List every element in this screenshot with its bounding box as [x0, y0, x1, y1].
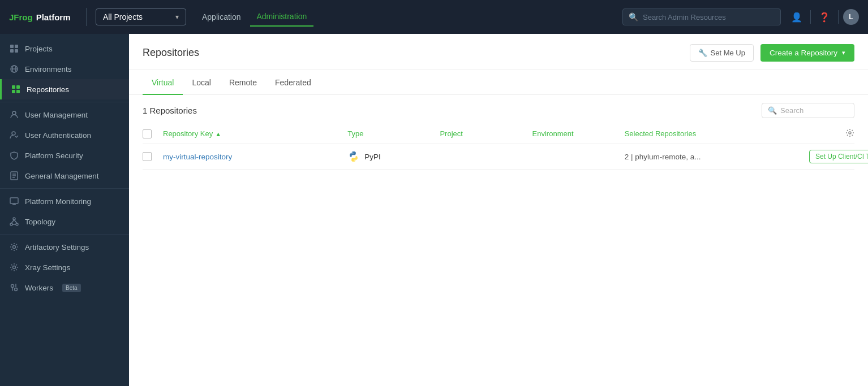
svg-rect-1 [15, 45, 18, 48]
xray-icon [9, 263, 19, 272]
svg-line-23 [11, 220, 14, 223]
sidebar-item-label: User Authentication [25, 131, 91, 140]
pypi-icon [347, 150, 360, 163]
table-header-row: Repository Key ▲ Type Project Environmen… [143, 124, 854, 144]
sidebar-item-platform-monitoring[interactable]: Platform Monitoring [0, 191, 129, 211]
header-selected-repositories[interactable]: Selected Repositories [625, 129, 809, 138]
header-type[interactable]: Type [347, 129, 440, 138]
sidebar-item-user-management[interactable]: User Management [0, 105, 129, 125]
tab-remote[interactable]: Remote [220, 70, 266, 95]
row-type-cell: PyPI [347, 150, 440, 163]
project-selector-label: All Projects [103, 12, 171, 21]
row-checkbox-cell [143, 152, 163, 161]
user-check-icon [9, 131, 19, 140]
shield-icon [9, 151, 19, 160]
svg-point-30 [849, 132, 851, 134]
search-icon: 🔍 [629, 12, 638, 21]
nav-search-area: 🔍 👤 ❓ L [323, 8, 859, 26]
table-row[interactable]: my-virtual-repository [143, 144, 854, 170]
sidebar-item-xray-settings[interactable]: Xray Settings [0, 257, 129, 277]
repo-count: 1 Repositories [143, 106, 197, 115]
logo-jfrog: JFrog [9, 12, 33, 22]
sort-icon: ▲ [215, 131, 221, 137]
svg-point-22 [16, 223, 18, 225]
svg-point-12 [12, 132, 15, 135]
help-icon[interactable]: ❓ [815, 8, 833, 26]
sidebar-item-user-authentication[interactable]: User Authentication [0, 125, 129, 145]
page-header: Repositories 🔧 Set Me Up Create a Reposi… [129, 34, 868, 70]
create-repository-button[interactable]: Create a Repository ▾ [760, 44, 854, 62]
sidebar-item-label: Topology [25, 218, 55, 226]
sidebar-item-label: Xray Settings [25, 263, 70, 272]
row-actions: Set Up Client/CI Tool ··· [809, 150, 854, 163]
sidebar-item-projects[interactable]: Projects [0, 38, 129, 59]
repo-tabs: Virtual Local Remote Federated [129, 70, 868, 95]
svg-point-20 [13, 218, 15, 220]
header-checkbox-cell [143, 129, 163, 138]
topology-icon [9, 217, 19, 226]
sidebar-item-label: Workers [25, 284, 53, 292]
grid-icon [9, 44, 19, 53]
monitor-icon [9, 197, 19, 206]
sidebar-item-artifactory-settings[interactable]: Artifactory Settings [0, 237, 129, 257]
table-search-input[interactable] [780, 106, 848, 115]
sidebar-item-label: Platform Monitoring [25, 197, 91, 206]
svg-rect-17 [10, 198, 18, 203]
svg-point-29 [15, 288, 18, 291]
tab-federated[interactable]: Federated [266, 70, 320, 95]
sidebar-divider-3 [0, 234, 129, 235]
svg-point-26 [13, 246, 16, 249]
file-icon [9, 171, 19, 180]
set-me-up-button[interactable]: 🔧 Set Me Up [690, 44, 754, 62]
sidebar-item-repositories[interactable]: Repositories [0, 79, 129, 99]
page-title: Repositories [143, 47, 199, 59]
settings-icon [9, 242, 19, 251]
svg-point-11 [12, 111, 16, 115]
repo-toolbar: 1 Repositories 🔍 [129, 95, 868, 124]
sidebar-item-label: Platform Security [25, 151, 83, 160]
top-nav: JFrog Platform All Projects ▾ Applicatio… [0, 0, 868, 34]
table-search-box[interactable]: 🔍 [762, 103, 854, 118]
tab-virtual[interactable]: Virtual [143, 70, 183, 95]
svg-rect-0 [10, 45, 14, 48]
sidebar-item-topology[interactable]: Topology [0, 211, 129, 232]
row-checkbox[interactable] [143, 152, 152, 161]
svg-point-27 [13, 266, 16, 269]
repo-table: Repository Key ▲ Type Project Environmen… [129, 124, 868, 386]
sidebar-item-platform-security[interactable]: Platform Security [0, 145, 129, 166]
icon-divider [810, 10, 811, 24]
header-actions: 🔧 Set Me Up Create a Repository ▾ [690, 44, 854, 62]
content-area: Repositories 🔧 Set Me Up Create a Reposi… [129, 34, 868, 386]
header-repository-key[interactable]: Repository Key ▲ [163, 129, 347, 138]
sidebar-item-label: General Management [25, 172, 99, 180]
sidebar-item-label: Artifactory Settings [25, 243, 89, 251]
main-layout: Projects Environments Repositories User … [0, 34, 868, 386]
svg-rect-7 [12, 85, 15, 89]
user-profile-icon[interactable]: 👤 [788, 8, 806, 26]
beta-badge: Beta [62, 284, 81, 292]
header-environment[interactable]: Environment [532, 129, 625, 138]
sidebar-item-general-management[interactable]: General Management [0, 166, 129, 186]
tab-local[interactable]: Local [183, 70, 220, 95]
svg-rect-2 [10, 49, 14, 53]
project-selector[interactable]: All Projects ▾ [96, 8, 186, 25]
sidebar: Projects Environments Repositories User … [0, 34, 129, 386]
nav-link-administration[interactable]: Administration [250, 7, 314, 27]
table-settings-icon[interactable] [845, 128, 854, 139]
row-key: my-virtual-repository [163, 153, 347, 161]
select-all-checkbox[interactable] [143, 129, 152, 138]
nav-divider-1 [86, 8, 87, 26]
svg-rect-9 [12, 90, 15, 93]
header-project[interactable]: Project [440, 129, 532, 138]
user-icon [9, 110, 19, 119]
sidebar-item-workers[interactable]: Workers Beta [0, 277, 129, 298]
nav-link-application[interactable]: Application [195, 8, 248, 26]
sidebar-item-environments[interactable]: Environments [0, 59, 129, 79]
avatar[interactable]: L [843, 9, 859, 25]
workers-icon [9, 283, 19, 292]
admin-search-input[interactable] [643, 13, 775, 21]
set-up-client-button[interactable]: Set Up Client/CI Tool [809, 150, 868, 163]
admin-search-box[interactable]: 🔍 [622, 8, 781, 25]
repositories-icon [11, 85, 21, 94]
logo-platform: Platform [36, 12, 71, 22]
